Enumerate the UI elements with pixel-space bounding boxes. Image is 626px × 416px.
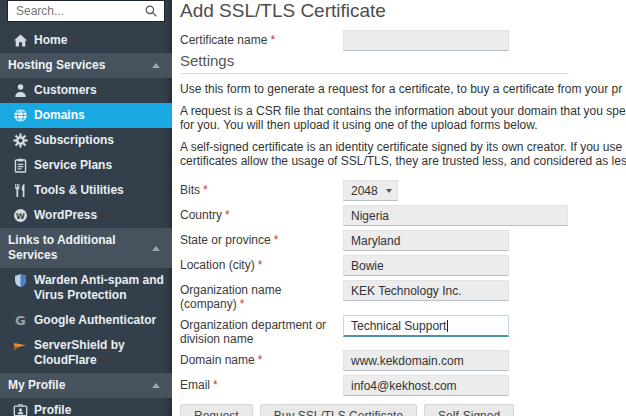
required-marker: * (258, 353, 263, 367)
service-plans-icon (13, 158, 28, 173)
settings-form: Bits*2048Country*NigeriaState or provinc… (180, 180, 626, 396)
sidebar-item-customers[interactable]: Customers (0, 78, 172, 103)
description-line: Use this form to generate a request for … (180, 82, 626, 96)
domain-name-input[interactable]: www.kekdomain.com (343, 350, 509, 371)
sidebar-item-label: Domains (34, 108, 85, 123)
required-marker: * (274, 233, 279, 247)
location-city-input[interactable]: Bowie (343, 255, 509, 276)
form-row-state-or-province: State or province*Maryland (180, 230, 626, 251)
sidebar-nav: HomeHosting ServicesCustomersDomainsSubs… (0, 28, 172, 416)
sidebar-item-label: Subscriptions (34, 133, 114, 148)
collapse-arrow-icon (152, 246, 160, 251)
sidebar-item-service-plans[interactable]: Service Plans (0, 153, 172, 178)
field-label: State or province* (180, 230, 343, 247)
tools-utilities-icon (13, 183, 28, 198)
home-icon (13, 33, 28, 48)
required-marker: * (240, 297, 245, 311)
description-line: certificates allow the usage of SSL/TLS,… (180, 154, 626, 168)
collapse-arrow-icon (152, 63, 160, 68)
sidebar-item-label: Warden Anti-spam and Virus Protection (34, 273, 164, 303)
sidebar-item-tools-utilities[interactable]: Tools & Utilities (0, 178, 172, 203)
sidebar-item-google-authenticator[interactable]: GGoogle Authenticator (0, 308, 172, 333)
field-label-text: Location (city) (180, 258, 255, 272)
self-signed-button[interactable]: Self-Signed (424, 404, 514, 416)
section-label: My Profile (8, 378, 65, 393)
email-input[interactable]: info4@kekhost.com (343, 375, 509, 396)
buy-ssl-tls-certificate-button[interactable]: Buy SSL/TLS Certificate (260, 404, 417, 416)
certificate-name-label: Certificate name* (180, 30, 343, 47)
form-row-location-city: Location (city)*Bowie (180, 255, 626, 276)
section-label: Hosting Services (8, 58, 105, 73)
field-label: Organization name (company)* (180, 280, 343, 311)
wordpress-icon: W (13, 208, 28, 223)
sidebar-section-links-to-additional-services[interactable]: Links to Additional Services (0, 228, 172, 268)
form-row-organization-name-company: Organization name (company)*KEK Technolo… (180, 280, 626, 311)
field-label-text: Organization department or division name (180, 318, 326, 346)
form-row-certificate-name: Certificate name* (180, 30, 626, 51)
bits-select[interactable]: 2048 (343, 180, 398, 201)
sidebar-search (7, 0, 165, 22)
organization-name-company-input[interactable]: KEK Technology Inc. (343, 280, 509, 301)
description-line: for you. You will then upload it using o… (180, 118, 626, 132)
sidebar-item-subscriptions[interactable]: Subscriptions (0, 128, 172, 153)
page-title: Add SSL/TLS Certificate (180, 0, 626, 24)
field-label: Bits* (180, 180, 343, 197)
sidebar-item-home[interactable]: Home (0, 28, 172, 53)
sidebar-section-hosting-services[interactable]: Hosting Services (0, 53, 172, 78)
svg-text:W: W (16, 212, 25, 221)
request-button[interactable]: Request (180, 404, 253, 416)
subscriptions-gear-icon (13, 133, 28, 148)
sidebar-item-wordpress[interactable]: WWordPress (0, 203, 172, 228)
description-line: A request is a CSR file that contains th… (180, 104, 626, 118)
field-label-text: Organization name (company) (180, 283, 281, 311)
search-icon[interactable] (144, 4, 158, 18)
country-input[interactable]: Nigeria (343, 205, 568, 226)
sidebar-item-warden-anti-spam-and-virus-protection[interactable]: Warden Anti-spam and Virus Protection (0, 268, 172, 308)
sidebar-item-profile[interactable]: Profile (0, 398, 172, 416)
input-value: info4@kekhost.com (351, 379, 457, 393)
sidebar-item-label: Customers (34, 83, 97, 98)
form-row-bits: Bits*2048 (180, 180, 626, 201)
description-paragraph: A request is a CSR file that contains th… (180, 104, 626, 132)
sidebar-section-my-profile[interactable]: My Profile (0, 373, 172, 398)
sidebar-item-label: ServerShield by CloudFlare (34, 338, 164, 368)
section-label: Links to Additional Services (8, 233, 152, 263)
description-paragraph: A self-signed certificate is an identity… (180, 140, 626, 168)
search-input[interactable] (7, 0, 165, 22)
field-label-text: Bits (180, 183, 200, 197)
customers-icon (13, 83, 28, 98)
sidebar-item-label: Home (34, 33, 67, 48)
field-label-text: Country (180, 208, 222, 222)
servershield-flag-icon (13, 338, 28, 353)
state-or-province-input[interactable]: Maryland (343, 230, 509, 251)
sidebar-item-domains[interactable]: Domains (0, 103, 172, 128)
form-row-email: Email*info4@kekhost.com (180, 375, 626, 396)
warden-shield-icon (13, 273, 28, 288)
sidebar-item-servershield-by-cloudflare[interactable]: ServerShield by CloudFlare (0, 333, 172, 373)
form-row-domain-name: Domain name*www.kekdomain.com (180, 350, 626, 371)
field-label-text: Email (180, 378, 210, 392)
google-authenticator-icon: G (13, 313, 28, 328)
input-value: Technical Support (351, 319, 446, 333)
required-marker: * (258, 258, 263, 272)
svg-text:G: G (15, 313, 26, 328)
sidebar: HomeHosting ServicesCustomersDomainsSubs… (0, 0, 172, 416)
text-cursor (447, 320, 448, 332)
field-label: Domain name* (180, 350, 343, 367)
input-value: www.kekdomain.com (351, 354, 464, 368)
section-divider (180, 73, 568, 74)
collapse-arrow-icon (152, 383, 160, 388)
sidebar-item-label: Service Plans (34, 158, 112, 173)
organization-department-or-division-name-input[interactable]: Technical Support (343, 315, 509, 337)
sidebar-item-label: Google Authenticator (34, 313, 156, 328)
certificate-name-input[interactable] (343, 30, 509, 51)
field-label-text: Domain name (180, 353, 255, 367)
form-row-country: Country*Nigeria (180, 205, 626, 226)
field-label: Email* (180, 375, 343, 392)
required-marker: * (225, 208, 230, 222)
field-label-text: State or province (180, 233, 271, 247)
field-label-text: Certificate name (180, 33, 267, 47)
main-content: Add SSL/TLS Certificate Certificate name… (172, 0, 626, 416)
field-label: Location (city)* (180, 255, 343, 272)
input-value: KEK Technology Inc. (351, 284, 462, 298)
